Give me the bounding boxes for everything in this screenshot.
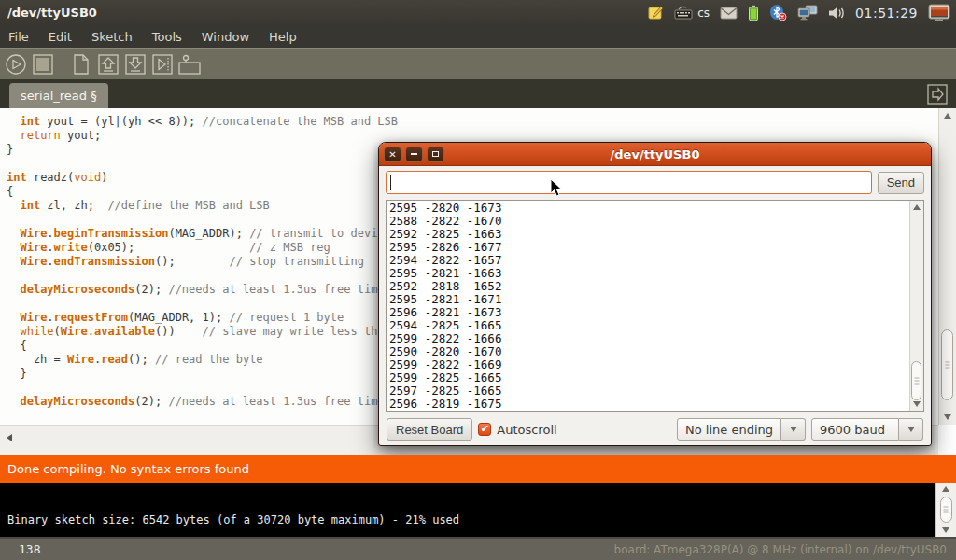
footer-status-bar: 138 board: ATmega328P(A) @ 8 MHz (intern… <box>0 537 956 560</box>
send-button[interactable]: Send <box>878 172 924 194</box>
network-icon[interactable] <box>797 5 818 21</box>
menu-tools[interactable]: Tools <box>152 30 182 44</box>
active-window-title: /dev/ttyUSB0 <box>0 6 97 20</box>
open-sketch-button[interactable] <box>96 52 120 77</box>
scroll-down-icon[interactable] <box>942 527 949 533</box>
tab-bar: serial_read § <box>0 79 956 108</box>
stop-button[interactable] <box>31 52 55 77</box>
editor-scrollbar-thumb[interactable] <box>941 329 953 400</box>
baud-rate-value[interactable]: 9600 baud <box>811 418 899 441</box>
reset-board-button[interactable]: Reset Board <box>387 418 472 441</box>
chevron-down-icon[interactable] <box>899 418 923 441</box>
keyboard-layout-label[interactable]: cs <box>697 7 710 20</box>
autoscroll-checkbox[interactable]: ✔ <box>478 423 491 436</box>
console-scrollbar[interactable] <box>935 483 956 537</box>
clock[interactable]: 01:51:29 <box>855 6 918 21</box>
menu-edit[interactable]: Edit <box>49 30 72 44</box>
menu-help[interactable]: Help <box>269 30 297 44</box>
mouse-cursor <box>550 178 562 201</box>
serial-output-area[interactable]: 2595 -2820 -16732588 -2822 -16702592 -28… <box>386 200 924 412</box>
battery-icon[interactable] <box>748 5 759 21</box>
board-info: board: ATmega328P(A) @ 8 MHz (internal) … <box>614 543 956 556</box>
session-icon[interactable] <box>928 4 950 21</box>
console-message: Binary sketch size: 6542 bytes (of a 307… <box>7 513 459 526</box>
compile-status-bar: Done compiling. No syntax errors found <box>0 455 956 483</box>
scroll-down-icon[interactable] <box>913 401 921 407</box>
keyboard-icon[interactable] <box>674 6 693 21</box>
mail-icon[interactable] <box>720 7 738 20</box>
serial-scrollbar-thumb[interactable] <box>911 361 921 400</box>
verify-button[interactable] <box>4 52 28 77</box>
line-ending-value[interactable]: No line ending <box>677 418 781 441</box>
system-tray: cs 01:51:29 <box>648 0 956 25</box>
toolbar <box>0 48 956 79</box>
serial-scrollbar[interactable] <box>909 201 923 411</box>
new-sketch-button[interactable] <box>69 52 93 77</box>
new-tab-button[interactable] <box>926 83 949 105</box>
scroll-up-icon[interactable] <box>913 204 921 210</box>
compile-status-message: Done compiling. No syntax errors found <box>7 462 249 476</box>
note-icon[interactable] <box>648 5 664 21</box>
menu-file[interactable]: File <box>8 30 29 44</box>
chevron-down-icon[interactable] <box>781 418 806 441</box>
scroll-down-icon[interactable] <box>944 414 951 420</box>
scroll-up-icon[interactable] <box>944 113 951 119</box>
serial-send-input[interactable] <box>386 171 872 194</box>
serial-monitor-button[interactable] <box>177 52 202 77</box>
top-panel: /dev/ttyUSB0 cs 01:51:29 <box>0 0 956 25</box>
tab-label: serial_read § <box>21 89 97 103</box>
line-number: 138 <box>0 542 40 556</box>
serial-output: 2595 -2820 -16732588 -2822 -16702592 -28… <box>387 201 923 411</box>
menu-bar: FileEditSketchToolsWindowHelp <box>0 25 956 48</box>
menu-sketch[interactable]: Sketch <box>91 30 133 44</box>
serial-monitor-window: ✕ /dev/ttyUSB0 Send 2595 -2820 -16732588… <box>378 142 932 446</box>
menu-window[interactable]: Window <box>202 30 249 44</box>
scroll-up-icon[interactable] <box>942 486 949 492</box>
tab-serial-read[interactable]: serial_read § <box>9 83 108 108</box>
upload-button[interactable] <box>150 52 175 77</box>
line-ending-select[interactable]: No line ending <box>677 418 806 441</box>
volume-icon[interactable] <box>828 6 845 21</box>
serial-monitor-title: /dev/ttyUSB0 <box>379 147 931 161</box>
save-sketch-button[interactable] <box>123 52 148 77</box>
autoscroll-label[interactable]: Autoscroll <box>497 423 556 437</box>
editor-vertical-scrollbar[interactable] <box>938 108 956 425</box>
scroll-left-icon[interactable] <box>7 434 12 441</box>
console-output: Binary sketch size: 6542 bytes (of a 307… <box>0 483 956 537</box>
bluetooth-icon[interactable] <box>769 4 787 21</box>
serial-monitor-titlebar[interactable]: ✕ /dev/ttyUSB0 <box>379 143 931 166</box>
text-caret <box>390 175 391 190</box>
baud-rate-select[interactable]: 9600 baud <box>811 418 923 441</box>
console-scrollbar-thumb[interactable] <box>940 497 952 523</box>
